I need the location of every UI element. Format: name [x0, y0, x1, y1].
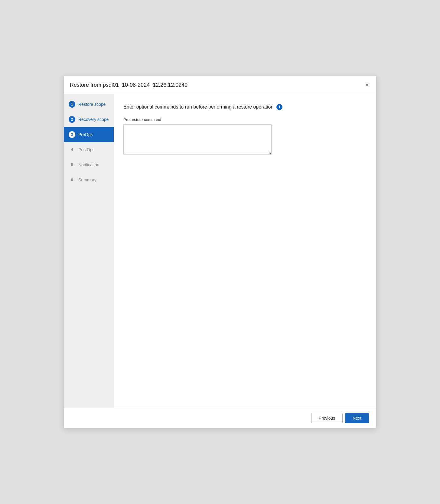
step-badge-4: 4	[69, 146, 75, 153]
next-button[interactable]: Next	[345, 413, 369, 423]
sidebar-item-restore-scope[interactable]: 1 Restore scope	[64, 97, 114, 112]
step-badge-6: 6	[69, 177, 75, 183]
section-heading-text: Enter optional commands to run before pe…	[123, 104, 273, 110]
sidebar-item-label-1: Restore scope	[78, 102, 106, 107]
sidebar-item-preops[interactable]: 3 PreOps	[64, 127, 114, 142]
close-button[interactable]: ×	[364, 81, 370, 89]
dialog-title: Restore from psql01_10-08-2024_12.26.12.…	[70, 82, 187, 88]
step-badge-2: 2	[69, 116, 75, 123]
step-badge-3: 3	[69, 131, 75, 138]
pre-restore-command-input[interactable]	[123, 124, 272, 154]
sidebar: 1 Restore scope 2 Recovery scope 3 PreOp…	[64, 94, 114, 408]
section-heading: Enter optional commands to run before pe…	[123, 104, 367, 110]
sidebar-item-label-2: Recovery scope	[78, 117, 109, 122]
main-content: Enter optional commands to run before pe…	[114, 94, 376, 408]
sidebar-item-label-4: PostOps	[78, 147, 95, 152]
sidebar-item-notification[interactable]: 5 Notification	[64, 157, 114, 172]
sidebar-item-label-6: Summary	[78, 177, 96, 182]
sidebar-item-label-3: PreOps	[78, 132, 93, 137]
pre-restore-label: Pre restore command	[123, 117, 367, 122]
dialog-footer: Previous Next	[64, 408, 376, 428]
dialog-body: 1 Restore scope 2 Recovery scope 3 PreOp…	[64, 94, 376, 408]
sidebar-item-label-5: Notification	[78, 162, 99, 167]
sidebar-item-postops[interactable]: 4 PostOps	[64, 142, 114, 157]
sidebar-item-summary[interactable]: 6 Summary	[64, 172, 114, 187]
previous-button[interactable]: Previous	[311, 413, 343, 423]
step-badge-5: 5	[69, 161, 75, 168]
dialog-header: Restore from psql01_10-08-2024_12.26.12.…	[64, 76, 376, 94]
step-badge-1: 1	[69, 101, 75, 108]
sidebar-item-recovery-scope[interactable]: 2 Recovery scope	[64, 112, 114, 127]
info-icon[interactable]: i	[276, 104, 282, 110]
restore-dialog: Restore from psql01_10-08-2024_12.26.12.…	[64, 76, 376, 428]
